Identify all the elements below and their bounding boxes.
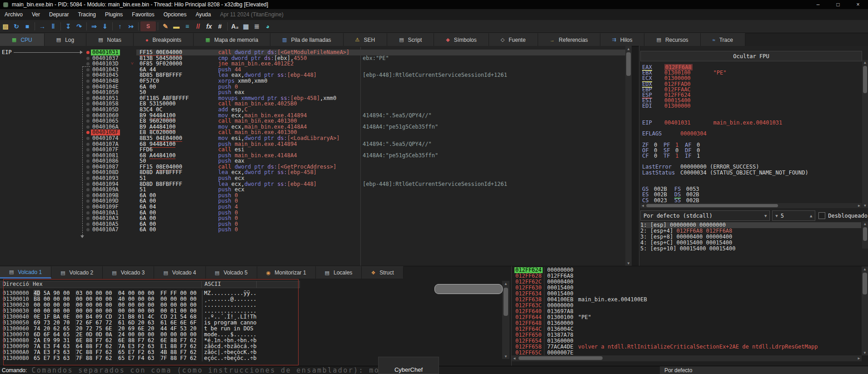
row-dot[interactable] — [86, 102, 90, 105]
run-to-user-code-icon[interactable]: ↑ — [115, 21, 125, 31]
arguments-vscrollbar[interactable]: ▲ — [862, 221, 868, 249]
step-into-icon[interactable]: ↧ — [63, 21, 74, 31]
menu-archivo[interactable]: Archivo — [0, 9, 27, 20]
row-dot[interactable] — [86, 125, 90, 129]
font-icon[interactable]: A₂ — [229, 21, 240, 31]
row-dot[interactable] — [86, 199, 90, 203]
scroll-down-icon[interactable]: ▼ — [625, 260, 632, 266]
mnemonic-help-icon[interactable]: ≣ — [251, 21, 262, 31]
tab-hilos[interactable]: ⇉Hilos — [600, 33, 645, 46]
register-line[interactable]: LastStatusC0000034 (STATUS_OBJECT_NAME_N… — [642, 170, 861, 175]
open-file-icon[interactable]: ▨ — [0, 21, 11, 31]
scroll-thumb[interactable] — [519, 356, 603, 360]
scroll-thumb[interactable] — [863, 227, 867, 241]
register-line[interactable]: EFLAGS00000304 — [642, 131, 861, 136]
hex-dump-pane[interactable]: Direcció Hex ASCII 013000004D 5A 90 0003… — [0, 281, 502, 359]
restart-icon[interactable]: ↻ — [11, 21, 22, 31]
tab-monitorizar-1[interactable]: ◉Monitorizar 1 — [257, 266, 316, 279]
row-dot[interactable] — [86, 223, 90, 226]
stack-hscrollbar[interactable]: ◀ ▶ — [512, 355, 862, 361]
scroll-up-icon[interactable]: ▲ — [862, 221, 868, 226]
scroll-down-icon[interactable]: ▼ — [862, 203, 868, 208]
menu-tracing[interactable]: Tracing — [73, 9, 100, 20]
tab-locales[interactable]: ▤Locales — [316, 266, 362, 279]
row-dot[interactable] — [86, 183, 90, 186]
label-icon[interactable]: ≡ — [182, 21, 193, 31]
row-dot[interactable] — [86, 160, 90, 163]
register-line[interactable]: CF0TF1IF1 — [642, 153, 861, 159]
menu-ver[interactable]: Ver — [27, 9, 45, 20]
menu-ayuda[interactable]: Ayuda — [191, 9, 215, 20]
dump-hscrollbar-thumb[interactable] — [434, 284, 503, 294]
register-line[interactable]: EIP00401031main_bin.exe.00401031 — [642, 120, 861, 125]
minimize-button[interactable]: – — [808, 0, 828, 9]
row-dot[interactable] — [86, 80, 90, 83]
trace-coverage-icon[interactable]: // — [193, 21, 204, 31]
close-button[interactable]: × — [848, 0, 868, 9]
tab-volcado-5[interactable]: ▤Volcado 5 — [206, 266, 257, 279]
row-dot[interactable] — [86, 154, 90, 157]
scroll-thumb[interactable] — [863, 273, 867, 294]
scroll-up-icon[interactable]: ▲ — [862, 60, 868, 65]
registers-hscrollbar[interactable]: ◀ ▶ — [640, 203, 862, 208]
spinner-down-icon[interactable]: ▼ — [773, 214, 780, 218]
row-dot[interactable] — [86, 148, 90, 151]
scroll-up-icon[interactable]: ▲ — [625, 46, 632, 51]
row-dot[interactable] — [86, 97, 90, 100]
argument-row[interactable]: 5: [esp+10] 00015400 00015400 — [640, 246, 861, 252]
row-dot[interactable] — [86, 85, 90, 89]
row-dot[interactable] — [86, 165, 90, 169]
row-dot[interactable] — [86, 194, 90, 197]
scroll-down-icon[interactable]: ▼ — [862, 350, 868, 355]
scroll-thumb[interactable] — [626, 52, 631, 76]
row-dot[interactable] — [86, 217, 90, 220]
tab-símbolos[interactable]: ◆Símbolos — [434, 33, 489, 46]
cyberchef-overlay[interactable]: CyberChef — [378, 357, 439, 374]
row-dot[interactable] — [86, 120, 90, 123]
tab-trace[interactable]: ≈Trace — [701, 33, 745, 46]
tab-notas[interactable]: ▤Notas — [86, 33, 134, 46]
patches-icon[interactable]: S — [140, 21, 156, 31]
tab-cpu[interactable]: ▦CPU — [0, 33, 45, 46]
register-line[interactable]: EDI01300000 — [642, 103, 861, 109]
tab-referencias[interactable]: →Referencias — [538, 33, 600, 46]
row-dot[interactable] — [86, 74, 90, 77]
disassembly-row[interactable]: 004010A76A 00push 0 — [0, 227, 632, 233]
register-line[interactable]: CS0023SS002B — [642, 198, 861, 203]
run-icon[interactable]: → — [37, 21, 48, 31]
disassembly-row[interactable]: 0040104B0F57C0xorps xmm0,xmm0 — [0, 78, 632, 84]
disassembly-pane[interactable]: EIP 00401031FF15 00E04000call dword ptr … — [0, 46, 632, 266]
register-line[interactable]: ZF0PF1AF0 — [642, 142, 861, 148]
disassembly-row[interactable]: 0040109F6A 04push 4 — [0, 204, 632, 210]
scroll-thumb[interactable] — [863, 66, 867, 93]
calculator-icon[interactable]: ▦ — [240, 21, 251, 31]
maximize-button[interactable]: □ — [828, 0, 848, 9]
row-dot[interactable] — [86, 228, 90, 231]
tab-struct[interactable]: ❖Struct — [362, 266, 403, 279]
scroll-up-icon[interactable]: ▲ — [862, 266, 868, 272]
tab-volcado-4[interactable]: ▤Volcado 4 — [154, 266, 205, 279]
command-input[interactable] — [30, 366, 632, 374]
disassembly-row[interactable]: 0040103D˅0F85 9F020000jne main_bin.exe.4… — [0, 61, 632, 67]
row-dot[interactable] — [86, 177, 90, 180]
menu-favoritos[interactable]: Favoritos — [127, 9, 159, 20]
step-over-icon[interactable]: ↷ — [74, 21, 85, 31]
menu-plugins[interactable]: Plugins — [100, 9, 127, 20]
disassembly-row[interactable]: 00401065E8 96020000call main_bin.exe.401… — [0, 118, 632, 124]
registers-vscrollbar[interactable]: ▲ ▼ — [862, 60, 868, 208]
argument-count-spinner[interactable]: ▼ 5 ▲ — [772, 210, 815, 221]
scroll-thumb[interactable] — [646, 204, 778, 207]
menu-opciones[interactable]: Opciones — [159, 9, 191, 20]
disassembly-row[interactable]: 004010748B35 04E04000mov esi,dword ptr d… — [0, 135, 632, 141]
row-dot[interactable] — [86, 108, 90, 111]
tab-recursos[interactable]: ▤Recursos — [644, 33, 700, 46]
tab-volcado-2[interactable]: ▤Volcado 2 — [51, 266, 103, 279]
disassembly-vscrollbar[interactable]: ▲ ▼ — [625, 46, 632, 266]
scroll-right-icon[interactable]: ▶ — [857, 203, 862, 208]
attach-icon[interactable]: ↣ — [125, 21, 136, 31]
pause-icon[interactable]: ‖ — [48, 21, 59, 31]
fx-icon[interactable]: fx — [204, 21, 215, 31]
row-dot[interactable] — [86, 62, 90, 65]
hash-icon[interactable]: # — [215, 21, 225, 31]
row-dot[interactable] — [86, 143, 90, 146]
